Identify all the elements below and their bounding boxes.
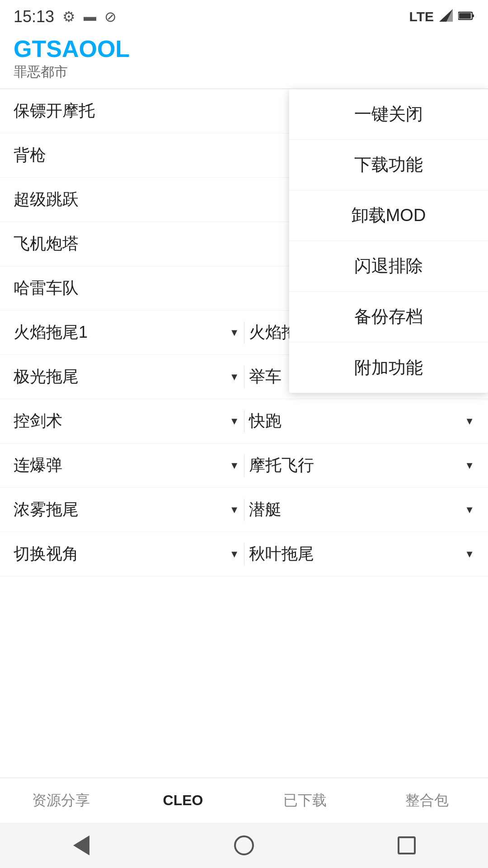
list-col-left[interactable]: 火焰拖尾1 ▼ — [14, 321, 239, 344]
list-item-label: 飞机炮塔 — [14, 233, 79, 255]
lte-label: LTE — [409, 9, 434, 24]
dropdown-menu-item-2[interactable]: 卸载MOD — [289, 190, 488, 241]
list-col-left[interactable]: 浓雾拖尾 ▼ — [14, 499, 239, 521]
status-time: 15:13 — [14, 7, 54, 26]
dropdown-arrow-icon-left: ▼ — [230, 548, 239, 560]
signal-icon — [439, 9, 453, 25]
settings-icon — [62, 8, 75, 25]
list-col-right[interactable]: 秋叶拖尾 ▼ — [249, 543, 475, 565]
list-col-left[interactable]: 控剑术 ▼ — [14, 410, 239, 432]
list-item-label: 哈雷车队 — [14, 277, 79, 299]
tab-已下载[interactable]: 已下载 — [244, 778, 366, 823]
dropdown-menu-item-1[interactable]: 下载功能 — [289, 140, 488, 190]
list-item-row: 控剑术 ▼ 快跑 ▼ — [0, 399, 488, 443]
list-item-label-right: 秋叶拖尾 — [249, 543, 314, 565]
app-header: GTSAOOL 罪恶都市 — [0, 32, 488, 89]
dropdown-arrow-icon-right: ▼ — [465, 548, 474, 560]
recents-button[interactable] — [393, 832, 420, 859]
col-divider — [244, 543, 244, 566]
col-divider — [244, 366, 244, 388]
list-item-label-left: 切换视角 — [14, 543, 79, 565]
back-button[interactable] — [68, 832, 95, 859]
dropdown-menu-item-5[interactable]: 附加功能 — [289, 342, 488, 393]
tab-资源分享[interactable]: 资源分享 — [0, 778, 122, 823]
dropdown-menu-item-3[interactable]: 闪退排除 — [289, 241, 488, 292]
list-item-row: 切换视角 ▼ 秋叶拖尾 ▼ — [0, 532, 488, 576]
battery-icon — [458, 9, 474, 24]
app-subtitle: 罪恶都市 — [14, 63, 474, 81]
list-item-label-right: 潜艇 — [249, 499, 282, 521]
list-item-label: 超级跳跃 — [14, 189, 79, 211]
list-item-row: 连爆弹 ▼ 摩托飞行 ▼ — [0, 443, 488, 488]
recents-icon — [398, 836, 416, 854]
list-col-right[interactable]: 摩托飞行 ▼ — [249, 454, 475, 476]
col-divider — [244, 499, 244, 521]
status-bar: 15:13 ▬ ⊘ LTE — [0, 0, 488, 32]
tab-CLEO[interactable]: CLEO — [122, 778, 244, 823]
list-item-label-left: 极光拖尾 — [14, 366, 79, 388]
list-col-left[interactable]: 极光拖尾 ▼ — [14, 366, 239, 388]
list-item-label-left: 浓雾拖尾 — [14, 499, 79, 521]
list-item-label-right: 摩托飞行 — [249, 454, 314, 476]
dropdown-arrow-icon-right: ▼ — [465, 460, 474, 472]
col-divider — [244, 454, 244, 477]
list-item-label-right: 举车 — [249, 366, 282, 388]
app-title: GTSAOOL — [14, 36, 474, 62]
svg-rect-4 — [459, 13, 471, 19]
dropdown-arrow-icon-left: ▼ — [230, 504, 239, 516]
back-icon — [73, 835, 89, 855]
list-item-row: 浓雾拖尾 ▼ 潜艇 ▼ — [0, 488, 488, 532]
main-content: 保镖开摩托 ▼ 背枪 ▼ 超级跳跃 ▼ 飞机炮塔 ▼ 哈雷车队 ▼ 火焰拖尾1 … — [0, 89, 488, 576]
list-col-left[interactable]: 连爆弹 ▼ — [14, 454, 239, 476]
tab-整合包[interactable]: 整合包 — [366, 778, 488, 823]
home-icon — [234, 835, 254, 855]
sim-icon: ▬ — [84, 9, 96, 24]
dropdown-arrow-icon-left: ▼ — [230, 460, 239, 472]
dropdown-arrow-icon-left: ▼ — [230, 327, 239, 339]
list-col-right[interactable]: 快跑 ▼ — [249, 410, 475, 432]
nav-bar — [0, 823, 488, 868]
dropdown-arrow-icon-right: ▼ — [465, 504, 474, 516]
list-col-right[interactable]: 潜艇 ▼ — [249, 499, 475, 521]
dropdown-arrow-icon-left: ▼ — [230, 371, 239, 383]
home-button[interactable] — [230, 832, 258, 859]
col-divider — [244, 321, 244, 344]
dropdown-arrow-icon-left: ▼ — [230, 415, 239, 427]
list-item-label-left: 火焰拖尾1 — [14, 321, 88, 344]
list-item-label: 保镖开摩托 — [14, 100, 95, 122]
dropdown-menu-item-4[interactable]: 备份存档 — [289, 292, 488, 342]
dropdown-menu: 一键关闭下载功能卸载MOD闪退排除备份存档附加功能 — [289, 89, 488, 393]
list-item-label-right: 快跑 — [249, 410, 282, 432]
status-left: 15:13 ▬ ⊘ — [14, 7, 117, 26]
list-item-label-left: 连爆弹 — [14, 454, 62, 476]
dropdown-menu-item-0[interactable]: 一键关闭 — [289, 89, 488, 140]
list-item-label: 背枪 — [14, 144, 46, 166]
list-item-label-left: 控剑术 — [14, 410, 62, 432]
status-right: LTE — [409, 9, 474, 25]
bottom-tabs: 资源分享CLEO已下载整合包 — [0, 778, 488, 823]
block-icon: ⊘ — [104, 8, 117, 25]
list-col-left[interactable]: 切换视角 ▼ — [14, 543, 239, 565]
svg-rect-3 — [472, 14, 474, 17]
col-divider — [244, 410, 244, 433]
dropdown-arrow-icon-right: ▼ — [465, 415, 474, 427]
